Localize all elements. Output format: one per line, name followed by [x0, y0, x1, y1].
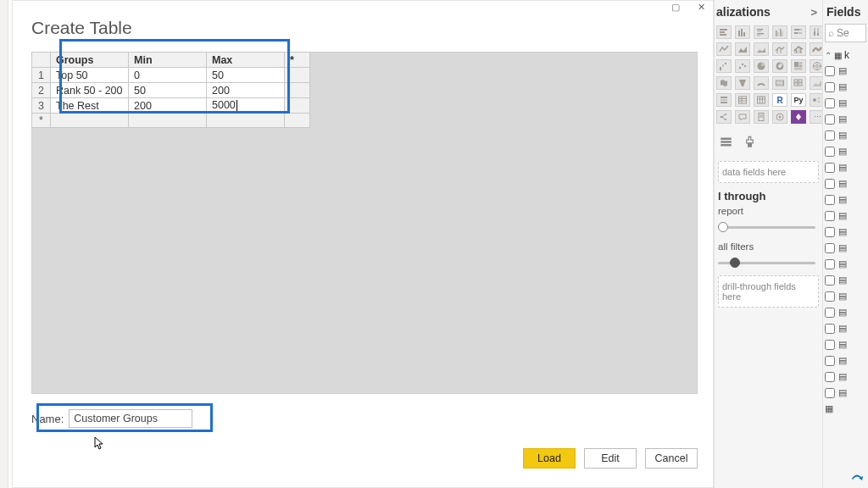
table-tree-node[interactable]: ⌃ ▦ k: [823, 47, 868, 63]
viz-arcgis-icon[interactable]: [772, 110, 787, 124]
viz-stacked-area-icon[interactable]: [754, 42, 769, 56]
field-checkbox[interactable]: [825, 195, 835, 205]
viz-treemap-icon[interactable]: [791, 59, 806, 73]
field-item[interactable]: ▤: [823, 320, 868, 336]
field-checkbox[interactable]: [825, 372, 835, 382]
field-checkbox[interactable]: [825, 259, 835, 269]
field-checkbox[interactable]: [825, 114, 835, 125]
cell-groups[interactable]: Top 50: [51, 68, 129, 83]
viz-waterfall-icon[interactable]: [716, 59, 732, 73]
viz-map-icon[interactable]: [810, 59, 822, 73]
viz-python-icon[interactable]: Py: [791, 93, 806, 107]
cell-empty[interactable]: [51, 114, 129, 128]
viz-key-influencers-icon[interactable]: [810, 93, 822, 107]
fields-search-input[interactable]: ⌕ Se: [825, 24, 866, 42]
field-checkbox[interactable]: [825, 275, 835, 286]
field-checkbox[interactable]: [825, 163, 835, 173]
viz-area-icon[interactable]: [735, 42, 750, 56]
field-checkbox[interactable]: [825, 66, 835, 76]
field-checkbox[interactable]: [825, 82, 835, 92]
viz-100-stacked-column-icon[interactable]: [810, 25, 822, 39]
edit-button[interactable]: Edit: [584, 448, 637, 469]
field-item[interactable]: ▤: [823, 159, 868, 175]
fields-tab-icon[interactable]: [718, 134, 733, 149]
collapse-pane-icon[interactable]: >: [810, 6, 822, 19]
viz-r-script-icon[interactable]: R: [772, 93, 787, 107]
field-item[interactable]: ▤: [823, 143, 868, 159]
cell-min[interactable]: 50: [129, 83, 207, 98]
viz-stacked-column-icon[interactable]: [735, 25, 750, 39]
viz-line-clustered-column-icon[interactable]: [791, 42, 806, 56]
field-item[interactable]: ▤: [823, 352, 868, 369]
viz-paginated-icon[interactable]: [754, 110, 769, 124]
field-item[interactable]: ▤: [823, 240, 868, 256]
field-checkbox[interactable]: [825, 324, 835, 334]
field-item[interactable]: ▤: [823, 256, 868, 272]
viz-gauge-icon[interactable]: [754, 76, 769, 90]
format-tab-icon[interactable]: [742, 134, 757, 149]
viz-matrix-icon[interactable]: [754, 93, 769, 107]
row-number[interactable]: 3: [32, 98, 51, 114]
field-item[interactable]: ▤: [823, 304, 868, 320]
viz-line-column-icon[interactable]: [772, 42, 787, 56]
field-checkbox[interactable]: [825, 211, 835, 221]
field-item[interactable]: ▤: [823, 272, 868, 288]
field-item[interactable]: ▦: [823, 401, 868, 417]
viz-100-stacked-bar-icon[interactable]: [791, 25, 806, 39]
viz-kpi-icon[interactable]: [810, 76, 822, 90]
field-checkbox[interactable]: [825, 308, 835, 318]
window-close-button[interactable]: ✕: [693, 1, 709, 13]
viz-clustered-bar-icon[interactable]: [754, 25, 769, 39]
viz-qna-icon[interactable]: [735, 110, 750, 124]
viz-line-icon[interactable]: [716, 42, 732, 56]
cell-min[interactable]: 200: [129, 98, 207, 114]
cell-groups[interactable]: Rank 50 - 200: [51, 83, 129, 98]
field-checkbox[interactable]: [825, 291, 835, 302]
viz-table-icon[interactable]: [735, 93, 750, 107]
field-item[interactable]: ▤: [823, 224, 868, 240]
viz-clustered-column-icon[interactable]: [772, 25, 787, 39]
field-item[interactable]: ▤: [823, 208, 868, 224]
viz-filled-map-icon[interactable]: [716, 76, 732, 90]
data-entry-table[interactable]: Groups Min Max * 1 Top 50 0 50 2 Rank 50…: [31, 52, 310, 128]
cancel-button[interactable]: Cancel: [645, 448, 698, 469]
viz-card-icon[interactable]: 123: [772, 76, 787, 90]
cell-max-editing[interactable]: 5000: [207, 98, 285, 114]
field-item[interactable]: ▤: [823, 175, 868, 191]
column-header-add[interactable]: *: [285, 53, 310, 68]
viz-import-custom-icon[interactable]: ⋯: [810, 110, 822, 124]
field-item[interactable]: ▤: [823, 95, 868, 111]
field-item[interactable]: ▤: [823, 111, 868, 127]
field-item[interactable]: ▤: [823, 127, 868, 143]
viz-decomposition-tree-icon[interactable]: [716, 110, 732, 124]
viz-slicer-icon[interactable]: [716, 93, 732, 107]
column-header-groups[interactable]: Groups: [51, 53, 129, 68]
viz-funnel-icon[interactable]: [735, 76, 750, 90]
viz-multi-card-icon[interactable]: [791, 76, 806, 90]
column-header-max[interactable]: Max: [207, 53, 285, 68]
drillthrough-field-well[interactable]: drill-through fields here: [718, 275, 819, 308]
values-field-well[interactable]: data fields here: [718, 161, 819, 183]
field-checkbox[interactable]: [825, 130, 835, 141]
viz-powerapps-icon[interactable]: [791, 110, 806, 124]
viz-pie-icon[interactable]: [754, 59, 769, 73]
table-editor-area[interactable]: Groups Min Max * 1 Top 50 0 50 2 Rank 50…: [31, 52, 698, 394]
cell-empty[interactable]: [129, 114, 207, 128]
viz-stacked-bar-icon[interactable]: [716, 25, 732, 39]
row-number[interactable]: 1: [32, 68, 51, 83]
field-checkbox[interactable]: [825, 179, 835, 189]
field-checkbox[interactable]: [825, 388, 835, 398]
window-maximize-button[interactable]: ▢: [667, 1, 684, 13]
field-checkbox[interactable]: [825, 356, 835, 366]
cell-groups[interactable]: The Rest: [51, 98, 129, 114]
cell-max[interactable]: 50: [207, 68, 285, 83]
cross-report-toggle[interactable]: [718, 219, 815, 235]
sync-status-icon[interactable]: [851, 470, 866, 486]
viz-ribbon-icon[interactable]: [810, 42, 822, 56]
field-item[interactable]: ▤: [823, 288, 868, 304]
field-checkbox[interactable]: [825, 98, 835, 108]
row-number[interactable]: 2: [32, 83, 51, 98]
field-item[interactable]: ▤: [823, 79, 868, 95]
field-item[interactable]: ▤: [823, 369, 868, 385]
cell-min[interactable]: 0: [129, 68, 207, 83]
